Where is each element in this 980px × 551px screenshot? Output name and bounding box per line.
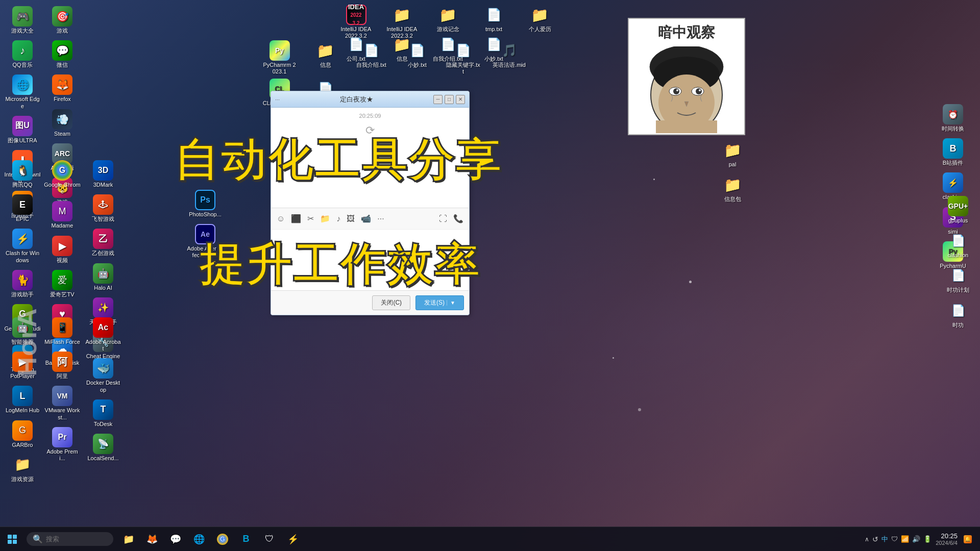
taskbar-app-network[interactable]: ⚡	[282, 528, 304, 550]
taskbar-clock[interactable]: 20:25 2024/6/4	[936, 532, 958, 546]
svg-point-8	[676, 89, 678, 91]
taskbar-app-edge[interactable]: 🌐	[188, 528, 210, 550]
desktop-icon-company[interactable]: 📄 公司.txt	[337, 32, 375, 64]
bottom-file-row: 📄 公司.txt 📁 信息 📄 自我介绍.txt 📄 小妙.txt	[337, 32, 513, 64]
desktop-icon-todesk[interactable]: T ToDesk	[83, 397, 124, 430]
antivirus-icon: 🛡	[265, 534, 274, 544]
desktop-icon-miflash[interactable]: 📱 MiFlash Force	[42, 315, 83, 347]
desktop-icon-edge[interactable]: 🌐 Microsoft Edge	[2, 72, 43, 111]
taskbar-app-bilibili[interactable]: B	[235, 528, 257, 550]
tray-input-icon[interactable]: 中	[881, 535, 888, 544]
tray-volume-icon[interactable]: 🔊	[912, 535, 920, 543]
tray-chevron-icon[interactable]: ∧	[865, 536, 869, 543]
desktop-icon-shizhang2[interactable]: 📄 时功	[940, 298, 976, 331]
notification-icon: 🔔	[964, 535, 972, 543]
chat-expand-icon[interactable]: ⛶	[437, 213, 449, 225]
desktop-icon-video[interactable]: ▶ 视频	[42, 234, 83, 266]
snow-4	[612, 357, 614, 359]
desktop-icon-yichuang[interactable]: 乙 乙创游戏	[83, 227, 124, 259]
desktop-icon-alibaba[interactable]: 阿 阿里	[42, 349, 83, 382]
chat-close-btn-title[interactable]: ✕	[456, 95, 465, 104]
desktop-icon-epic[interactable]: E EPIC	[2, 192, 43, 224]
desktop-icon-xinxibao[interactable]: 📁 信息包	[715, 172, 750, 205]
desktop-icon-pal[interactable]: 📁 pal	[715, 138, 750, 170]
desktop-icon-gpuplus[interactable]: GPU+ gpuplus	[940, 194, 976, 226]
chat-video-icon[interactable]: 📹	[359, 212, 373, 225]
desktop-icon-shizhang[interactable]: 📄 时功计划	[940, 263, 976, 295]
chat-folder-icon[interactable]: 📁	[318, 212, 332, 225]
desktop-icon-halo-ai[interactable]: 🤖 Halo AI	[83, 261, 124, 293]
tray-battery-icon[interactable]: 🔋	[923, 535, 932, 543]
taskbar-start-button[interactable]	[0, 527, 24, 552]
chat-photo-icon[interactable]: 🖼	[345, 213, 356, 225]
desktop-icon-feizhi[interactable]: 🕹 飞智游戏	[83, 192, 124, 224]
bilibili-icon: B	[243, 534, 250, 544]
desktop-icon-firefox[interactable]: 🦊 Firefox	[42, 72, 83, 105]
desktop-icon-time-convert[interactable]: ⏰ 时间转换	[935, 102, 971, 134]
desktop-icon-photoshop[interactable]: Ps PhotoShop...	[185, 188, 226, 220]
desktop-icon-xiaomiao2[interactable]: 📄 小妙.txt	[475, 32, 513, 64]
desktop-icon-localsend[interactable]: 📡 LocalSend...	[83, 432, 124, 464]
desktop-icon-madame[interactable]: M Madame	[42, 199, 83, 231]
windows-logo-icon	[8, 535, 17, 544]
desktop-icon-personal[interactable]: 📁 个人爱历	[521, 3, 559, 41]
desktop-icon-steam[interactable]: 💨 Steam	[42, 107, 83, 139]
svg-point-9	[699, 89, 701, 91]
desktop-icon-info2[interactable]: 📁 信息	[383, 32, 421, 64]
desktop-icon-iqiyi[interactable]: 爱 爱奇艺TV	[42, 268, 83, 300]
chat-send-button[interactable]: 发送(S) ▼	[415, 295, 464, 310]
taskbar-app-chat[interactable]: 💬	[164, 528, 187, 550]
desktop-icon-clashtxt[interactable]: 📄 clashion	[940, 229, 976, 261]
chrome-icon: G	[217, 534, 228, 545]
chat-send-dropdown[interactable]: ▼	[447, 300, 455, 306]
desktop-icon-adobe-premiere[interactable]: Pr Adobe Premi...	[42, 425, 83, 464]
chat-minimize-btn[interactable]: ─	[433, 95, 443, 104]
meme-box: 暗中观察	[628, 18, 745, 135]
chat-timestamp: 20:25:09	[359, 113, 381, 119]
desktop-icon-3dmark[interactable]: 3D 3DMark	[83, 158, 124, 190]
desktop-icon-garbo[interactable]: G GARBro	[2, 418, 43, 450]
chat-close-button[interactable]: 关闭(C)	[372, 295, 410, 310]
taskbar-app-antivirus[interactable]: 🛡	[258, 528, 281, 550]
meme-title: 暗中观察	[654, 19, 719, 46]
desktop-icon-ultra[interactable]: 图U 图像ULTRA	[2, 114, 43, 146]
desktop-icon-adobeacrobat[interactable]: Ac Adobe Acrobat	[83, 315, 124, 354]
desktop-icon-qqmusic[interactable]: ♪ QQ音乐	[2, 38, 43, 70]
desktop-icon-chrome[interactable]: G Google Chrome	[42, 158, 83, 197]
desktop-icon-docker[interactable]: 🐳 Docker Desktop	[83, 356, 124, 395]
taskbar-app-browser1[interactable]: 🦊	[141, 528, 163, 550]
desktop-icon-vmware[interactable]: VM VMware Workst...	[42, 384, 83, 422]
desktop-icon-pycharm[interactable]: Py PyChamrm 2023.1	[260, 38, 299, 77]
hora-watermark: HorA	[12, 307, 42, 376]
taskbar-search-input[interactable]	[46, 535, 107, 543]
tray-icons: ∧ ↺ 中 🛡 📶 🔊 🔋	[865, 535, 932, 544]
chat-phone-icon[interactable]: 📞	[452, 212, 465, 225]
taskbar-app-chrome[interactable]: G	[211, 528, 234, 550]
tray-security-icon[interactable]: 🛡	[891, 535, 898, 543]
chat-more-icon[interactable]: ···	[376, 213, 385, 225]
desktop-icon-weixin[interactable]: 💬 微信	[42, 38, 83, 70]
taskbar-notification-btn[interactable]: 🔔	[962, 528, 974, 550]
taskbar-search-box[interactable]: 🔍	[27, 532, 113, 546]
chat-window-controls: ─ □ ✕	[433, 95, 465, 104]
chat-scissors-icon[interactable]: ✂	[306, 212, 315, 225]
desktop-icon-folder-new[interactable]: 📁 游戏资源	[2, 453, 43, 485]
desktop-icons-col6: 📱 MiFlash Force 阿 阿里 VM VMware Workst...…	[42, 315, 83, 464]
desktop-icon-bilibili[interactable]: B B站插件	[935, 136, 971, 168]
desktop-icon-logmein[interactable]: L LogMeIn Hub	[2, 384, 43, 416]
desktop-icons-col8: Ac Adobe Acrobat 🐳 Docker Desktop T ToDe…	[83, 315, 124, 464]
desktop-icon-selfintro2[interactable]: 📄 自我介绍.txt	[429, 32, 467, 64]
chat-music-icon[interactable]: ♪	[335, 213, 342, 225]
chat-screen-icon[interactable]: ⬛	[289, 212, 303, 225]
chat-emoji-icon[interactable]: ☺	[275, 213, 286, 225]
desktop-icon-game2[interactable]: 🎯 游戏	[42, 4, 83, 36]
desktop-icon-cat[interactable]: 🐈 游戏助手	[2, 268, 43, 300]
chat-maximize-btn[interactable]: □	[445, 95, 454, 104]
taskbar-app-fileexplorer[interactable]: 📁	[117, 528, 140, 550]
desktop-icon-clash-for-windows[interactable]: ⚡ Clash for Windows	[2, 227, 43, 265]
tray-wifi-icon[interactable]: 📶	[901, 535, 909, 543]
desktop-icon-qq[interactable]: 🐧 腾讯QQ	[2, 158, 43, 190]
right-bottom-icons: GPU+ gpuplus 📄 clashion 📄 时功计划 📄 时功	[940, 194, 976, 331]
tray-update-icon[interactable]: ↺	[872, 535, 878, 543]
desktop-icon-youxi[interactable]: 🎮 游戏大全	[2, 4, 43, 36]
